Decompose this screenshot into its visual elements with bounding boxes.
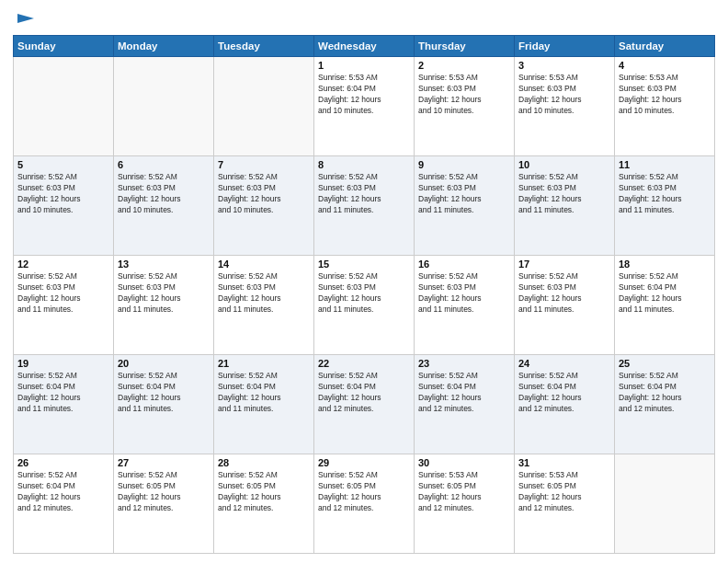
calendar-cell: 4Sunrise: 5:53 AM Sunset: 6:03 PM Daylig… xyxy=(615,57,715,156)
calendar-cell: 3Sunrise: 5:53 AM Sunset: 6:03 PM Daylig… xyxy=(515,57,615,156)
day-info: Sunrise: 5:52 AM Sunset: 6:05 PM Dayligh… xyxy=(118,470,210,514)
calendar-table: SundayMondayTuesdayWednesdayThursdayFrid… xyxy=(13,35,715,554)
calendar-cell: 20Sunrise: 5:52 AM Sunset: 6:04 PM Dayli… xyxy=(114,355,214,454)
calendar-week-row: 5Sunrise: 5:52 AM Sunset: 6:03 PM Daylig… xyxy=(14,156,715,256)
day-number: 12 xyxy=(17,259,109,270)
day-number: 22 xyxy=(318,358,410,369)
day-number: 17 xyxy=(518,259,610,270)
day-number: 27 xyxy=(118,457,210,468)
logo-flag-icon xyxy=(16,11,36,31)
calendar-cell xyxy=(114,57,214,156)
calendar-cell: 9Sunrise: 5:52 AM Sunset: 6:03 PM Daylig… xyxy=(415,156,515,256)
day-number: 25 xyxy=(619,358,711,369)
calendar-cell: 24Sunrise: 5:52 AM Sunset: 6:04 PM Dayli… xyxy=(515,355,615,454)
calendar-cell: 14Sunrise: 5:52 AM Sunset: 6:03 PM Dayli… xyxy=(214,256,314,355)
day-info: Sunrise: 5:52 AM Sunset: 6:03 PM Dayligh… xyxy=(619,172,711,216)
day-info: Sunrise: 5:52 AM Sunset: 6:04 PM Dayligh… xyxy=(619,271,711,316)
calendar-cell: 25Sunrise: 5:52 AM Sunset: 6:04 PM Dayli… xyxy=(615,355,715,454)
calendar-header-wednesday: Wednesday xyxy=(314,36,415,57)
day-number: 4 xyxy=(619,60,711,71)
day-info: Sunrise: 5:52 AM Sunset: 6:03 PM Dayligh… xyxy=(518,172,610,216)
day-info: Sunrise: 5:53 AM Sunset: 6:05 PM Dayligh… xyxy=(518,470,610,514)
calendar-header-thursday: Thursday xyxy=(415,36,515,57)
calendar-cell: 27Sunrise: 5:52 AM Sunset: 6:05 PM Dayli… xyxy=(114,454,214,554)
day-info: Sunrise: 5:53 AM Sunset: 6:03 PM Dayligh… xyxy=(518,73,610,117)
calendar-cell: 17Sunrise: 5:52 AM Sunset: 6:03 PM Dayli… xyxy=(515,256,615,355)
day-number: 26 xyxy=(17,457,109,468)
day-info: Sunrise: 5:52 AM Sunset: 6:03 PM Dayligh… xyxy=(218,172,310,216)
day-number: 10 xyxy=(518,159,610,170)
day-number: 20 xyxy=(118,358,210,369)
day-info: Sunrise: 5:52 AM Sunset: 6:04 PM Dayligh… xyxy=(619,371,711,415)
day-number: 13 xyxy=(118,259,210,270)
calendar-cell: 11Sunrise: 5:52 AM Sunset: 6:03 PM Dayli… xyxy=(615,156,715,256)
day-info: Sunrise: 5:52 AM Sunset: 6:04 PM Dayligh… xyxy=(118,371,210,415)
calendar-cell: 29Sunrise: 5:52 AM Sunset: 6:05 PM Dayli… xyxy=(314,454,415,554)
day-number: 3 xyxy=(518,60,610,71)
calendar-cell xyxy=(615,454,715,554)
logo xyxy=(13,13,36,29)
day-info: Sunrise: 5:52 AM Sunset: 6:03 PM Dayligh… xyxy=(418,172,510,216)
day-number: 16 xyxy=(418,259,510,270)
day-info: Sunrise: 5:52 AM Sunset: 6:04 PM Dayligh… xyxy=(518,371,610,415)
day-number: 23 xyxy=(418,358,510,369)
day-info: Sunrise: 5:52 AM Sunset: 6:03 PM Dayligh… xyxy=(318,271,410,316)
svg-marker-0 xyxy=(17,14,34,23)
calendar-header-friday: Friday xyxy=(515,36,615,57)
header xyxy=(13,9,715,29)
calendar-cell: 30Sunrise: 5:53 AM Sunset: 6:05 PM Dayli… xyxy=(415,454,515,554)
calendar-cell: 16Sunrise: 5:52 AM Sunset: 6:03 PM Dayli… xyxy=(415,256,515,355)
day-number: 19 xyxy=(17,358,109,369)
day-number: 28 xyxy=(218,457,310,468)
day-number: 18 xyxy=(619,259,711,270)
calendar-cell: 18Sunrise: 5:52 AM Sunset: 6:04 PM Dayli… xyxy=(615,256,715,355)
calendar-week-row: 26Sunrise: 5:52 AM Sunset: 6:04 PM Dayli… xyxy=(14,454,715,554)
calendar-cell xyxy=(214,57,314,156)
day-number: 30 xyxy=(418,457,510,468)
day-number: 5 xyxy=(17,159,109,170)
calendar-cell: 6Sunrise: 5:52 AM Sunset: 6:03 PM Daylig… xyxy=(114,156,214,256)
day-number: 6 xyxy=(118,159,210,170)
calendar-cell: 7Sunrise: 5:52 AM Sunset: 6:03 PM Daylig… xyxy=(214,156,314,256)
calendar-cell: 28Sunrise: 5:52 AM Sunset: 6:05 PM Dayli… xyxy=(214,454,314,554)
day-info: Sunrise: 5:52 AM Sunset: 6:04 PM Dayligh… xyxy=(17,371,109,415)
calendar-cell: 12Sunrise: 5:52 AM Sunset: 6:03 PM Dayli… xyxy=(14,256,114,355)
page: SundayMondayTuesdayWednesdayThursdayFrid… xyxy=(0,0,728,563)
calendar-header-tuesday: Tuesday xyxy=(214,36,314,57)
day-number: 11 xyxy=(619,159,711,170)
day-number: 1 xyxy=(318,60,410,71)
day-number: 8 xyxy=(318,159,410,170)
calendar-cell: 19Sunrise: 5:52 AM Sunset: 6:04 PM Dayli… xyxy=(14,355,114,454)
day-number: 24 xyxy=(518,358,610,369)
calendar-cell: 8Sunrise: 5:52 AM Sunset: 6:03 PM Daylig… xyxy=(314,156,415,256)
calendar-cell: 22Sunrise: 5:52 AM Sunset: 6:04 PM Dayli… xyxy=(314,355,415,454)
calendar-header-row: SundayMondayTuesdayWednesdayThursdayFrid… xyxy=(14,36,715,57)
calendar-cell: 1Sunrise: 5:53 AM Sunset: 6:04 PM Daylig… xyxy=(314,57,415,156)
day-info: Sunrise: 5:52 AM Sunset: 6:03 PM Dayligh… xyxy=(318,172,410,216)
day-info: Sunrise: 5:52 AM Sunset: 6:03 PM Dayligh… xyxy=(218,271,310,316)
day-info: Sunrise: 5:52 AM Sunset: 6:04 PM Dayligh… xyxy=(17,470,109,514)
calendar-header-monday: Monday xyxy=(114,36,214,57)
day-info: Sunrise: 5:52 AM Sunset: 6:05 PM Dayligh… xyxy=(318,470,410,514)
day-number: 14 xyxy=(218,259,310,270)
day-info: Sunrise: 5:52 AM Sunset: 6:03 PM Dayligh… xyxy=(17,172,109,216)
day-info: Sunrise: 5:52 AM Sunset: 6:03 PM Dayligh… xyxy=(118,271,210,316)
calendar-week-row: 12Sunrise: 5:52 AM Sunset: 6:03 PM Dayli… xyxy=(14,256,715,355)
calendar-week-row: 19Sunrise: 5:52 AM Sunset: 6:04 PM Dayli… xyxy=(14,355,715,454)
day-number: 2 xyxy=(418,60,510,71)
day-info: Sunrise: 5:52 AM Sunset: 6:04 PM Dayligh… xyxy=(318,371,410,415)
day-info: Sunrise: 5:52 AM Sunset: 6:03 PM Dayligh… xyxy=(17,271,109,316)
calendar-cell: 23Sunrise: 5:52 AM Sunset: 6:04 PM Dayli… xyxy=(415,355,515,454)
day-info: Sunrise: 5:53 AM Sunset: 6:05 PM Dayligh… xyxy=(418,470,510,514)
calendar-cell xyxy=(14,57,114,156)
calendar-cell: 21Sunrise: 5:52 AM Sunset: 6:04 PM Dayli… xyxy=(214,355,314,454)
day-info: Sunrise: 5:53 AM Sunset: 6:03 PM Dayligh… xyxy=(619,73,711,117)
day-info: Sunrise: 5:53 AM Sunset: 6:03 PM Dayligh… xyxy=(418,73,510,117)
day-info: Sunrise: 5:52 AM Sunset: 6:04 PM Dayligh… xyxy=(218,371,310,415)
day-number: 21 xyxy=(218,358,310,369)
day-info: Sunrise: 5:52 AM Sunset: 6:04 PM Dayligh… xyxy=(418,371,510,415)
day-number: 15 xyxy=(318,259,410,270)
day-info: Sunrise: 5:53 AM Sunset: 6:04 PM Dayligh… xyxy=(318,73,410,117)
day-info: Sunrise: 5:52 AM Sunset: 6:05 PM Dayligh… xyxy=(218,470,310,514)
calendar-header-sunday: Sunday xyxy=(14,36,114,57)
